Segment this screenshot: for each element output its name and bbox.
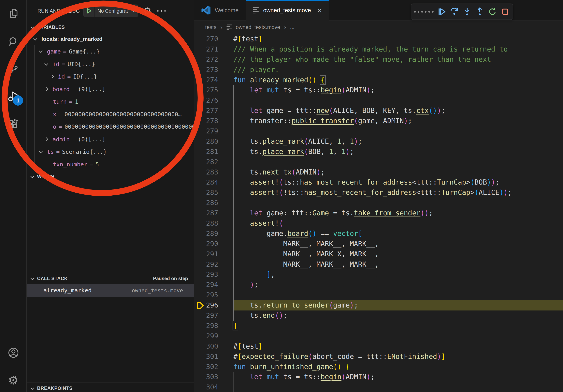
line-number[interactable]: 285 bbox=[194, 187, 218, 198]
line-number[interactable]: 303 bbox=[194, 372, 218, 382]
code-line[interactable]: 288 assert!( bbox=[194, 218, 563, 229]
breadcrumb-item-file[interactable]: owned_tests.move bbox=[236, 24, 280, 30]
line-number[interactable]: 294 bbox=[194, 280, 218, 290]
code-line[interactable]: 285 assert!(!ts::has_most_recent_for_add… bbox=[194, 187, 563, 198]
close-tab-icon[interactable]: × bbox=[318, 7, 321, 14]
tab-owned-tests[interactable]: owned_tests.move × bbox=[246, 0, 329, 21]
step-into-button[interactable] bbox=[462, 7, 472, 16]
code-line[interactable]: 270#[test] bbox=[194, 34, 563, 44]
step-over-button[interactable] bbox=[449, 7, 459, 16]
line-number[interactable]: 293 bbox=[194, 269, 218, 280]
line-number[interactable]: 274 bbox=[194, 75, 218, 85]
code-line[interactable]: 298} bbox=[194, 321, 563, 331]
step-out-button[interactable] bbox=[475, 7, 485, 16]
code-line[interactable]: 277 let game = ttt::new(ALICE, BOB, KEY,… bbox=[194, 105, 563, 116]
line-number[interactable]: 281 bbox=[194, 147, 218, 157]
tab-welcome[interactable]: Welcome bbox=[194, 0, 246, 21]
code-line[interactable]: 289 game.board() == vector[ bbox=[194, 229, 563, 239]
code-line[interactable]: 280 ts.place_mark(ALICE, 1, 1); bbox=[194, 136, 563, 147]
variables-section-header[interactable]: VARIABLES bbox=[27, 22, 194, 33]
code-line[interactable]: 271/// When a position is already marked… bbox=[194, 44, 563, 54]
debug-settings-gear-icon[interactable]: ⚙ bbox=[143, 6, 151, 15]
code-line[interactable]: 283 ts.next_tx(ADMIN); bbox=[194, 167, 563, 177]
code-line[interactable]: 293 ], bbox=[194, 269, 563, 280]
variable-row[interactable]: txn_number=5 bbox=[27, 158, 194, 171]
line-number[interactable]: 299 bbox=[194, 331, 218, 341]
scope-row[interactable]: locals: already_marked bbox=[27, 33, 194, 45]
search-icon[interactable] bbox=[0, 31, 27, 52]
line-number[interactable]: 290 bbox=[194, 239, 218, 249]
line-number[interactable]: 300 bbox=[194, 341, 218, 352]
stop-button[interactable] bbox=[500, 7, 510, 16]
code-line[interactable]: 301#[expected_failure(abort_code = ttt::… bbox=[194, 352, 563, 362]
variable-row[interactable]: o=00000000000000000000000000000000000000… bbox=[27, 121, 194, 133]
code-line[interactable]: 274fun already_marked() { bbox=[194, 75, 563, 85]
line-number[interactable]: 284 bbox=[194, 177, 218, 187]
code-line[interactable]: 297 ts.end(); bbox=[194, 311, 563, 321]
code-line[interactable]: 273/// player. bbox=[194, 65, 563, 75]
call-stack-frame[interactable]: already_markedowned_tests.move bbox=[27, 284, 194, 297]
variable-row[interactable]: board=(9)[...] bbox=[27, 83, 194, 95]
restart-button[interactable] bbox=[488, 7, 497, 16]
breadcrumb-item-symbol[interactable]: ... bbox=[290, 24, 294, 30]
line-number[interactable]: 275 bbox=[194, 85, 218, 95]
code-line[interactable]: 294 ); bbox=[194, 280, 563, 290]
code-area[interactable]: 270#[test]271/// When a position is alre… bbox=[194, 34, 563, 392]
start-debug-icon[interactable] bbox=[84, 5, 95, 17]
breakpoints-section-header[interactable]: BREAKPOINTS bbox=[27, 383, 194, 392]
line-number[interactable]: 301 bbox=[194, 352, 218, 362]
code-line[interactable]: 304 bbox=[194, 382, 563, 392]
line-number[interactable]: 292 bbox=[194, 259, 218, 270]
variable-row[interactable]: game=Game{...} bbox=[27, 45, 194, 58]
accounts-icon[interactable] bbox=[0, 342, 27, 364]
line-number[interactable]: 287 bbox=[194, 208, 218, 218]
variable-row[interactable]: id=UID{...} bbox=[27, 58, 194, 70]
line-number[interactable]: 272 bbox=[194, 54, 218, 65]
line-number[interactable]: 302 bbox=[194, 362, 218, 372]
variable-row[interactable]: admin=(0)[...] bbox=[27, 133, 194, 146]
line-number[interactable]: 273 bbox=[194, 65, 218, 75]
line-number[interactable]: 304 bbox=[194, 382, 218, 392]
line-number[interactable]: 270 bbox=[194, 34, 218, 44]
debug-config-dropdown[interactable]: No Configurat bbox=[83, 5, 138, 17]
line-number[interactable]: 277 bbox=[194, 105, 218, 116]
drag-handle-icon[interactable] bbox=[414, 11, 434, 13]
code-line[interactable]: 275 let mut ts = ts::begin(ADMIN); bbox=[194, 85, 563, 95]
code-line[interactable]: 284 assert!(ts::has_most_recent_for_addr… bbox=[194, 177, 563, 187]
code-line[interactable]: 302fun burn_unfinished_game() { bbox=[194, 362, 563, 372]
line-number[interactable]: 276 bbox=[194, 95, 218, 105]
line-number[interactable]: 282 bbox=[194, 157, 218, 167]
line-number[interactable]: 295 bbox=[194, 290, 218, 300]
code-line[interactable]: 278 transfer::public_transfer(game, ADMI… bbox=[194, 116, 563, 126]
code-line[interactable]: 279 bbox=[194, 126, 563, 136]
more-actions-icon[interactable] bbox=[157, 10, 166, 12]
line-number[interactable]: 289 bbox=[194, 229, 218, 239]
extensions-icon[interactable] bbox=[0, 114, 27, 135]
line-number[interactable]: 291 bbox=[194, 249, 218, 259]
line-number[interactable]: 278 bbox=[194, 116, 218, 126]
run-and-debug-icon[interactable]: 1 bbox=[0, 86, 27, 108]
explorer-icon[interactable] bbox=[0, 2, 27, 24]
variable-row[interactable]: x=000000000000000000000000000000000… bbox=[27, 108, 194, 121]
source-control-icon[interactable] bbox=[0, 58, 27, 79]
line-number[interactable]: 288 bbox=[194, 218, 218, 229]
variable-row[interactable]: turn=1 bbox=[27, 95, 194, 108]
variable-row[interactable]: ts=Scenario{...} bbox=[27, 146, 194, 158]
call-stack-section-header[interactable]: CALL STACK Paused on step bbox=[27, 273, 194, 284]
line-number[interactable]: 297 bbox=[194, 311, 218, 321]
code-line[interactable]: 299 bbox=[194, 331, 563, 341]
code-line[interactable]: 286 bbox=[194, 198, 563, 208]
line-number[interactable]: 298 bbox=[194, 321, 218, 331]
code-line[interactable]: 303 let mut ts = ts::begin(ADMIN); bbox=[194, 372, 563, 382]
continue-button[interactable] bbox=[437, 7, 447, 16]
code-line[interactable]: 287 let game: ttt::Game = ts.take_from_s… bbox=[194, 208, 563, 218]
code-line[interactable]: 281 ts.place_mark(BOB, 1, 1); bbox=[194, 147, 563, 157]
code-line[interactable]: 291 MARK__, MARK_X, MARK__, bbox=[194, 249, 563, 259]
code-line[interactable]: 292 MARK__, MARK__, MARK__, bbox=[194, 259, 563, 270]
line-number[interactable]: 280 bbox=[194, 136, 218, 147]
code-line[interactable]: 290 MARK__, MARK__, MARK__, bbox=[194, 239, 563, 249]
code-line[interactable]: 272/// the player who made the "false" m… bbox=[194, 54, 563, 65]
watch-section-header[interactable]: WATCH bbox=[27, 171, 194, 182]
code-line[interactable]: 276 bbox=[194, 95, 563, 105]
code-line[interactable]: 282 bbox=[194, 157, 563, 167]
